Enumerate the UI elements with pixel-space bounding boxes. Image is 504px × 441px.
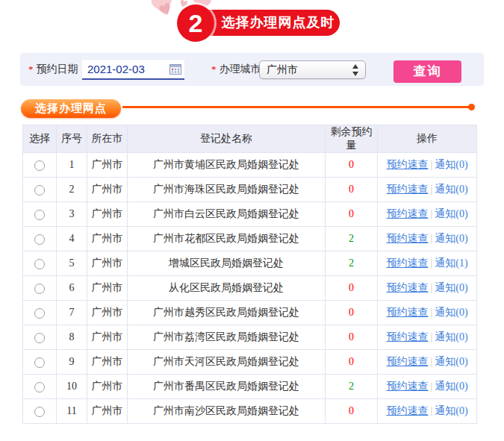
notice-link[interactable]: 通知(0) xyxy=(435,233,467,244)
reserve-check-link[interactable]: 预约速查 xyxy=(386,184,428,195)
city-select-value: 广州市 xyxy=(267,64,298,75)
table-row: 3 广州市 广州市白云区民政局婚姻登记处 0 预约速查|通知(0) xyxy=(23,202,477,227)
table-row: 4 广州市 广州市花都区民政局婚姻登记处 2 预约速查|通知(0) xyxy=(23,227,477,251)
link-separator: | xyxy=(430,233,432,244)
row-remaining-count: 0 xyxy=(326,178,378,202)
reserve-check-link[interactable]: 预约速查 xyxy=(386,159,428,170)
row-number: 8 xyxy=(57,325,87,350)
notice-link[interactable]: 通知(1) xyxy=(435,257,467,269)
row-remaining-count: 2 xyxy=(326,227,378,251)
reserve-check-link[interactable]: 预约速查 xyxy=(386,233,428,244)
notice-link[interactable]: 通知(0) xyxy=(435,184,467,195)
link-separator: | xyxy=(430,356,432,367)
select-radio[interactable] xyxy=(34,333,45,343)
reserve-check-link[interactable]: 预约速查 xyxy=(386,356,428,367)
reserve-check-link[interactable]: 预约速查 xyxy=(386,282,428,293)
col-header-city: 所在市 xyxy=(87,125,128,153)
notice-link[interactable]: 通知(0) xyxy=(435,159,467,170)
query-button[interactable]: 查询 xyxy=(393,60,461,83)
notice-link[interactable]: 通知(0) xyxy=(435,208,467,219)
col-header-select: 选择 xyxy=(23,125,57,153)
select-radio[interactable] xyxy=(34,210,45,220)
link-separator: | xyxy=(430,184,432,195)
table-row: 7 广州市 广州市越秀区民政局婚姻登记处 0 预约速查|通知(0) xyxy=(23,301,477,325)
notice-link[interactable]: 通知(0) xyxy=(435,282,467,293)
select-radio[interactable] xyxy=(34,357,45,368)
row-number: 1 xyxy=(57,153,87,178)
table-row: 9 广州市 广州市天河区民政局婚姻登记处 0 预约速查|通知(0) xyxy=(23,350,477,375)
notice-link[interactable]: 通知(0) xyxy=(435,356,467,367)
row-city: 广州市 xyxy=(87,325,128,350)
table-row: 2 广州市 广州市海珠区民政局婚姻登记处 0 预约速查|通知(0) xyxy=(23,178,477,202)
reserve-check-link[interactable]: 预约速查 xyxy=(386,257,428,269)
notice-link[interactable]: 通知(0) xyxy=(435,381,467,392)
select-radio[interactable] xyxy=(34,308,45,319)
row-number: 2 xyxy=(57,178,87,202)
table-row: 1 广州市 广州市黄埔区民政局婚姻登记处 0 预约速查|通知(0) xyxy=(23,153,477,178)
table-row: 5 广州市 增城区民政局婚姻登记处 2 预约速查|通知(1) xyxy=(23,251,477,276)
section-title: 选择办理网点 xyxy=(21,99,121,118)
calendar-icon[interactable] xyxy=(169,63,181,75)
row-registry-name: 增城区民政局婚姻登记处 xyxy=(128,251,326,276)
row-registry-name: 广州市黄埔区民政局婚姻登记处 xyxy=(128,153,326,178)
row-number: 6 xyxy=(57,276,87,301)
table-row: 8 广州市 广州市荔湾区民政局婚姻登记处 0 预约速查|通知(0) xyxy=(23,325,477,350)
table-row: 6 广州市 从化区民政局婚姻登记处 0 预约速查|通知(0) xyxy=(23,276,477,301)
row-remaining-count: 0 xyxy=(326,202,378,227)
notice-link[interactable]: 通知(0) xyxy=(435,331,467,343)
link-separator: | xyxy=(430,282,432,293)
table-row: 10 广州市 广州市番禺区民政局婚姻登记处 2 预约速查|通知(0) xyxy=(23,375,477,399)
select-radio[interactable] xyxy=(34,160,45,171)
col-header-name: 登记处名称 xyxy=(128,125,326,153)
row-remaining-count: 0 xyxy=(326,153,378,178)
link-separator: | xyxy=(430,159,432,170)
row-city: 广州市 xyxy=(87,301,128,325)
step-number-badge: 2 xyxy=(177,4,214,42)
filter-bar: *预约日期 2021-02-03 *办理城市 广州市 xyxy=(20,53,484,86)
row-city: 广州市 xyxy=(87,276,128,301)
link-separator: | xyxy=(430,257,432,269)
row-registry-name: 广州市白云区民政局婚姻登记处 xyxy=(128,202,326,227)
row-city: 广州市 xyxy=(87,227,128,251)
select-radio[interactable] xyxy=(34,284,45,294)
row-registry-name: 从化区民政局婚姻登记处 xyxy=(128,276,326,301)
reserve-check-link[interactable]: 预约速查 xyxy=(386,307,428,318)
reserve-check-link[interactable]: 预约速查 xyxy=(386,381,428,392)
reserve-check-link[interactable]: 预约速查 xyxy=(386,208,428,219)
link-separator: | xyxy=(430,208,432,219)
select-radio[interactable] xyxy=(34,185,45,196)
row-registry-name: 广州市荔湾区民政局婚姻登记处 xyxy=(128,325,326,350)
row-registry-name: 广州市天河区民政局婚姻登记处 xyxy=(128,350,326,375)
registry-table: 选择 序号 所在市 登记处名称 剩余预约量 操作 1 广州市 广州市黄埔区民政局… xyxy=(22,125,477,424)
link-separator: | xyxy=(430,405,432,416)
section-divider-line xyxy=(122,106,470,108)
table-header-row: 选择 序号 所在市 登记处名称 剩余预约量 操作 xyxy=(23,125,477,153)
select-radio[interactable] xyxy=(34,407,45,417)
row-city: 广州市 xyxy=(87,178,128,202)
row-registry-name: 广州市越秀区民政局婚姻登记处 xyxy=(128,301,326,325)
table-row: 11 广州市 广州市南沙区民政局婚姻登记处 0 预约速查|通知(0) xyxy=(23,399,477,424)
notice-link[interactable]: 通知(0) xyxy=(435,307,467,318)
row-registry-name: 广州市海珠区民政局婚姻登记处 xyxy=(128,178,326,202)
required-marker: * xyxy=(211,63,217,75)
row-remaining-count: 0 xyxy=(326,399,378,424)
row-number: 11 xyxy=(57,399,87,424)
reserve-check-link[interactable]: 预约速查 xyxy=(386,331,428,343)
select-radio[interactable] xyxy=(34,382,45,392)
row-remaining-count: 2 xyxy=(326,375,378,399)
row-city: 广州市 xyxy=(87,399,128,424)
reserve-check-link[interactable]: 预约速查 xyxy=(386,405,428,416)
row-number: 9 xyxy=(57,350,87,375)
date-label: *预约日期 xyxy=(28,53,78,86)
select-radio[interactable] xyxy=(34,259,45,269)
date-input[interactable]: 2021-02-03 xyxy=(82,60,184,80)
select-radio[interactable] xyxy=(34,234,45,245)
city-select[interactable]: 广州市 xyxy=(259,60,366,79)
row-registry-name: 广州市番禺区民政局婚姻登记处 xyxy=(128,375,326,399)
row-number: 3 xyxy=(57,202,87,227)
section-divider-dot xyxy=(468,104,475,110)
date-value: 2021-02-03 xyxy=(87,60,145,78)
link-separator: | xyxy=(430,381,432,392)
row-number: 4 xyxy=(57,227,87,251)
notice-link[interactable]: 通知(0) xyxy=(435,405,467,416)
